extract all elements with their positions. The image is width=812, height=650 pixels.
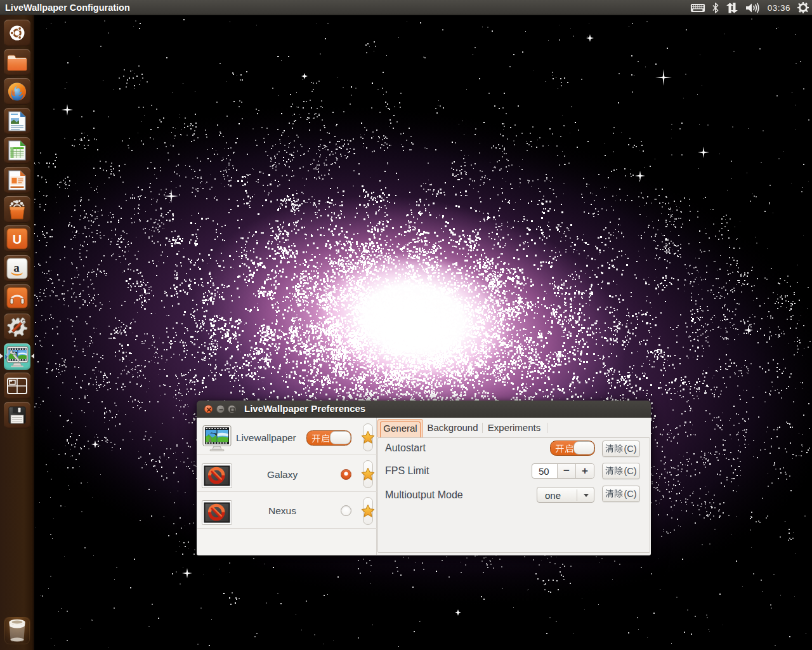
svg-text:a: a (13, 261, 20, 274)
svg-text:U: U (13, 232, 22, 246)
